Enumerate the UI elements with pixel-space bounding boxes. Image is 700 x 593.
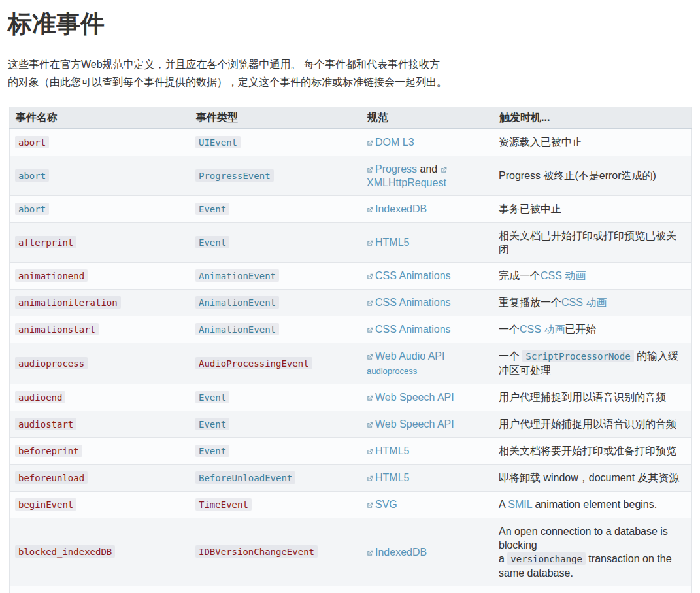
event-name-cell: animationstart: [10, 316, 190, 343]
spec-link[interactable]: IndexedDB: [367, 547, 427, 558]
external-link-icon: [367, 135, 373, 149]
table-row: beginEventTimeEventSVGA SMIL animation e…: [10, 491, 692, 518]
description-text: 相关文档已开始打印或打印预览已被关闭: [499, 230, 676, 255]
external-link-icon: [367, 322, 373, 336]
page-title: 标准事件: [8, 10, 700, 39]
specification-cell: Web Speech API: [361, 411, 493, 437]
external-link-icon: [367, 444, 373, 458]
spec-link-label: SVG: [375, 499, 397, 510]
inline-link[interactable]: CSS 动画: [561, 297, 607, 308]
event-name-code: beforeunload: [15, 471, 88, 484]
description-text: 已开始: [565, 324, 596, 335]
spec-sub-link[interactable]: audioprocess: [367, 364, 417, 378]
spec-link-label: CSS Animations: [375, 324, 451, 335]
table-row: abortEventIndexedDB事务已被中止: [10, 195, 692, 222]
fired-when-cell: 相关文档已开始打印或打印预览已被关闭: [493, 222, 692, 262]
description-text: 用户代理捕捉到用以语音识别的音频: [499, 392, 666, 403]
event-type-code[interactable]: Event: [195, 445, 229, 457]
col-header-event-type: 事件类型: [190, 107, 361, 129]
spec-link[interactable]: SVG: [367, 499, 397, 510]
event-type-cell: Event: [190, 195, 361, 222]
event-type-cell: AudioProcessingEvent: [190, 343, 361, 384]
spec-link[interactable]: Progress: [367, 163, 417, 175]
event-type-code[interactable]: UIEvent: [195, 136, 241, 148]
table-row: abortUIEventDOM L3资源载入已被中止: [10, 129, 692, 156]
spec-link-label: Web Audio API: [375, 350, 444, 362]
event-type-code[interactable]: Event: [195, 418, 229, 430]
event-name-cell: audioprocess: [10, 343, 190, 384]
spec-link[interactable]: CSS Animations: [367, 324, 451, 335]
event-name-code: animationiteration: [15, 296, 121, 309]
spec-link[interactable]: DOM L3: [367, 137, 414, 148]
fired-when-cell: 用户代理捕捉到用以语音识别的音频: [493, 384, 692, 411]
spec-link[interactable]: HTML5: [367, 237, 409, 248]
event-type-code[interactable]: Event: [195, 203, 229, 215]
table-row: afterprintEventHTML5相关文档已开始打印或打印预览已被关闭: [10, 222, 692, 262]
specification-cell: IndexedDB: [361, 195, 493, 222]
specification-cell: IndexedDB: [361, 518, 493, 586]
description-text: 事务已被中止: [499, 203, 561, 214]
spec-link[interactable]: CSS Animations: [367, 270, 451, 281]
event-name-cell: beforeprint: [10, 437, 190, 464]
fired-when-cell: 用户代理开始捕捉用以语音识别的音频: [493, 411, 692, 437]
event-type-code[interactable]: AnimationEvent: [195, 323, 279, 335]
fired-when-cell: 相关文档将要开始打印或准备打印预览: [493, 437, 692, 464]
table-row: beforeunloadBeforeUnloadEventHTML5即将卸载 w…: [10, 464, 692, 491]
fired-when-cell: 一个 ScriptProcessorNode 的输入缓冲区可处理: [493, 343, 692, 384]
spec-link[interactable]: Web Audio API: [367, 350, 444, 362]
spec-link-label: HTML5: [375, 472, 409, 483]
spec-link-label: XMLHttpRequest: [367, 177, 446, 188]
spec-link-label: DOM L3: [375, 137, 414, 148]
event-name-code: animationend: [15, 269, 88, 282]
description-text: 完成一个: [499, 270, 541, 281]
inline-link[interactable]: CSS 动画: [520, 324, 565, 335]
fired-when-cell: 完成一个CSS 动画: [493, 262, 692, 289]
event-type-code[interactable]: Event: [195, 391, 229, 403]
spec-link[interactable]: Web Speech API: [367, 392, 454, 403]
empty-cell: [493, 586, 692, 593]
spec-link-label: IndexedDB: [375, 547, 427, 558]
external-link-icon: [367, 498, 373, 511]
spec-link[interactable]: Web Speech API: [367, 418, 454, 430]
event-type-code[interactable]: ProgressEvent: [195, 169, 274, 182]
specification-cell: DOM L3: [361, 129, 493, 156]
external-link-icon: [367, 202, 373, 216]
spec-link[interactable]: IndexedDB: [367, 203, 427, 214]
fired-when-cell: Progress 被终止(不是error造成的): [493, 156, 692, 195]
event-type-code: AudioProcessingEvent: [195, 357, 312, 369]
description-text: 一个: [499, 324, 520, 335]
event-name-code[interactable]: abort: [15, 169, 49, 182]
table-row: abortProgressEventProgress and XMLHttpRe…: [10, 156, 692, 195]
event-type-code[interactable]: AnimationEvent: [195, 269, 279, 282]
event-type-cell: IDBVersionChangeEvent: [190, 518, 361, 586]
spec-link[interactable]: HTML5: [367, 472, 409, 483]
event-type-code: TimeEvent: [195, 498, 252, 511]
fired-when-cell: 即将卸载 window，document 及其资源: [493, 464, 692, 491]
description-text: animation element begins.: [532, 499, 657, 510]
event-name-cell: abort: [10, 129, 190, 156]
spec-link[interactable]: CSS Animations: [367, 297, 451, 308]
fired-when-cell: 事务已被中止: [493, 195, 692, 222]
external-link-icon: [367, 471, 373, 484]
spec-link-label: Web Speech API: [375, 392, 454, 403]
event-type-code[interactable]: Event: [195, 236, 229, 248]
event-name-code[interactable]: abort: [15, 203, 49, 215]
event-type-code[interactable]: BeforeUnloadEvent: [195, 471, 295, 484]
event-name-code: beforeprint: [15, 445, 82, 457]
spec-link[interactable]: HTML5: [367, 445, 409, 456]
fired-when-cell: An open connection to a database is bloc…: [493, 518, 692, 586]
content-area: 标准事件 这些事件在官方Web规范中定义，并且应在各个浏览器中通用。 每个事件都…: [0, 10, 700, 593]
description-text: 用户代理开始捕捉用以语音识别的音频: [499, 418, 676, 430]
inline-code[interactable]: ScriptProcessorNode: [522, 350, 633, 362]
spec-link-label: CSS Animations: [375, 297, 451, 308]
event-type-code: IDBVersionChangeEvent: [195, 545, 318, 558]
event-type-code[interactable]: AnimationEvent: [195, 296, 279, 309]
specification-cell: SVG: [361, 491, 493, 518]
inline-link[interactable]: SMIL: [508, 499, 532, 510]
inline-link[interactable]: CSS 动画: [541, 270, 586, 281]
description-text: 资源载入已被中止: [499, 137, 582, 148]
event-name-code: beginEvent: [15, 498, 76, 511]
event-type-cell: Event: [190, 384, 361, 411]
table-row: audiostartEventWeb Speech API用户代理开始捕捉用以语…: [10, 411, 692, 437]
event-name-cell: animationiteration: [10, 289, 190, 316]
